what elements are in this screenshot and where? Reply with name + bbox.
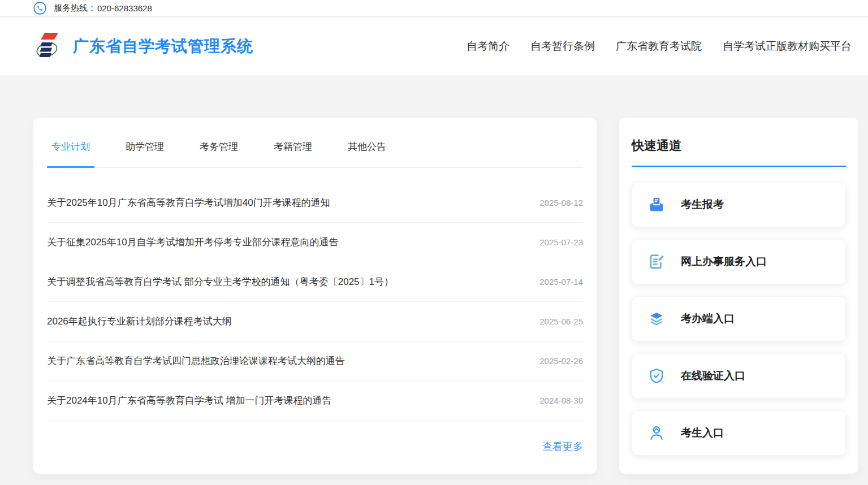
news-row[interactable]: 关于征集2025年10月自学考试增加开考停考专业部分课程意向的通告 2025-0… — [47, 223, 583, 262]
news-row[interactable]: 关于2025年10月广东省高等教育自学考试增加40门开考课程的通知 2025-0… — [47, 183, 583, 223]
shield-check-icon — [648, 367, 665, 384]
quick-access-underline — [632, 166, 846, 167]
hotline-number: 020-62833628 — [97, 3, 152, 13]
news-tab[interactable]: 其他公告 — [343, 140, 391, 167]
news-tab[interactable]: 考籍管理 — [269, 140, 317, 167]
tab-label: 考务管理 — [200, 141, 238, 152]
quick-link-card[interactable]: 在线验证入口 — [632, 353, 846, 399]
news-date: 2025-07-14 — [539, 277, 583, 287]
quick-link-label: 在线验证入口 — [681, 369, 745, 383]
news-tab[interactable]: 专业计划 — [47, 140, 94, 167]
nav-link[interactable]: 自学考试正版教材购买平台 — [723, 39, 852, 54]
inbox-icon — [648, 196, 665, 213]
news-tabs: 专业计划 助学管理 考务管理 考籍管理 其他公告 — [47, 118, 583, 168]
list-end-divider — [47, 427, 583, 427]
document-edit-icon — [648, 253, 665, 270]
quick-link-label: 考办端入口 — [681, 311, 735, 326]
quick-link-card[interactable]: 考生入口 — [632, 410, 846, 456]
quick-link-card[interactable]: 网上办事服务入口 — [632, 239, 846, 284]
site-title: 广东省自学考试管理系统 — [73, 36, 253, 57]
quick-link-card[interactable]: 考办端入口 — [632, 296, 846, 341]
news-row[interactable]: 关于调整我省高等教育自学考试 部分专业主考学校的通知（粤考委〔2025〕1号） … — [47, 262, 583, 302]
quick-access-list: 考生报考 网上办事服务入口 考办端入口 — [632, 182, 846, 456]
news-title[interactable]: 2026年起执行专业新计划部分课程考试大纲 — [47, 315, 232, 328]
header: 广东省自学考试管理系统 自考简介 自考暂行条例 广东省教育考试院 自学考试正版教… — [0, 18, 868, 75]
topbar: 服务热线： 020-62833628 — [0, 0, 868, 17]
site-logo — [34, 32, 60, 61]
nav-link[interactable]: 广东省教育考试院 — [616, 39, 702, 54]
hotline-label: 服务热线： — [54, 3, 96, 14]
quick-access-title: 快速通道 — [632, 137, 846, 154]
news-date: 2024-08-30 — [539, 396, 583, 405]
quick-link-card[interactable]: 考生报考 — [632, 182, 846, 227]
tab-label: 考籍管理 — [274, 141, 312, 152]
news-date: 2025-08-12 — [539, 198, 583, 207]
news-title[interactable]: 关于征集2025年10月自学考试增加开考停考专业部分课程意向的通告 — [47, 236, 339, 249]
news-panel: 专业计划 助学管理 考务管理 考籍管理 其他公告 关于2025年10月广东省高等… — [33, 118, 597, 474]
news-title[interactable]: 关于2024年10月广东省高等教育自学考试 增加一门开考课程的通告 — [47, 394, 331, 407]
news-row[interactable]: 2026年起执行专业新计划部分课程考试大纲 2025-06-25 — [47, 302, 583, 341]
nav-link[interactable]: 自考暂行条例 — [530, 39, 595, 54]
news-list: 关于2025年10月广东省高等教育自学考试增加40门开考课程的通知 2025-0… — [47, 183, 583, 421]
news-row[interactable]: 关于2024年10月广东省高等教育自学考试 增加一门开考课程的通告 2024-0… — [47, 381, 583, 421]
news-row[interactable]: 关于广东省高等教育自学考试四门思想政治理论课课程考试大纲的通告 2025-02-… — [47, 341, 583, 381]
layers-icon — [648, 310, 665, 327]
phone-icon — [33, 2, 46, 15]
quick-link-label: 考生入口 — [681, 426, 724, 440]
view-more-row: 查看更多 — [47, 440, 583, 453]
news-date: 2025-02-26 — [539, 356, 583, 366]
hotline-text: 服务热线： 020-62833628 — [54, 3, 152, 14]
user-icon — [648, 425, 665, 441]
tab-label: 其他公告 — [348, 141, 386, 152]
news-tab[interactable]: 考务管理 — [195, 140, 243, 167]
news-date: 2025-06-25 — [539, 317, 583, 326]
view-more-link[interactable]: 查看更多 — [542, 441, 583, 452]
quick-link-label: 网上办事服务入口 — [681, 254, 767, 269]
news-tab[interactable]: 助学管理 — [121, 140, 169, 167]
nav-link[interactable]: 自考简介 — [467, 39, 509, 54]
quick-access-panel: 快速通道 考生报考 网上办事服务入口 — [619, 118, 858, 474]
news-date: 2025-07-23 — [539, 237, 583, 247]
news-title[interactable]: 关于广东省高等教育自学考试四门思想政治理论课课程考试大纲的通告 — [47, 354, 345, 367]
header-nav: 自考简介 自考暂行条例 广东省教育考试院 自学考试正版教材购买平台 — [467, 18, 852, 75]
tab-label: 专业计划 — [51, 141, 90, 152]
quick-link-label: 考生报考 — [681, 197, 724, 212]
tab-label: 助学管理 — [126, 141, 164, 152]
news-title[interactable]: 关于调整我省高等教育自学考试 部分专业主考学校的通知（粤考委〔2025〕1号） — [47, 275, 394, 288]
news-title[interactable]: 关于2025年10月广东省高等教育自学考试增加40门开考课程的通知 — [47, 196, 330, 209]
